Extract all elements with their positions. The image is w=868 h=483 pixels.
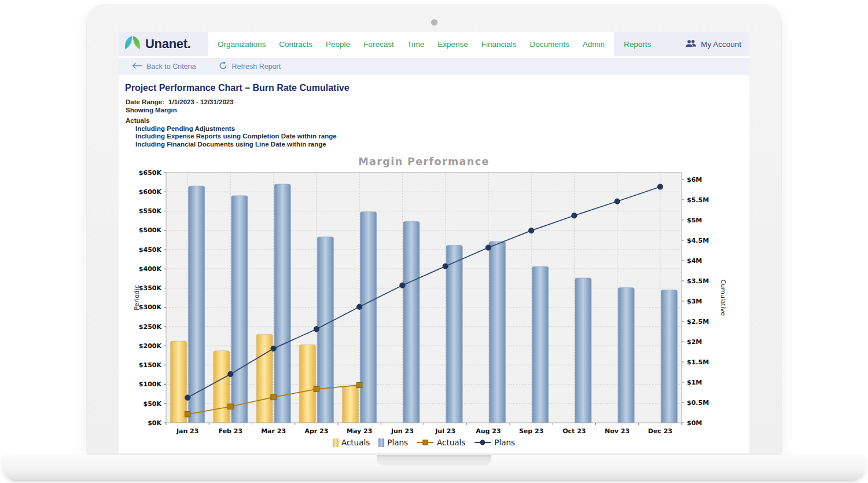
- legend-label: Actuals: [341, 438, 370, 447]
- nav-item-time[interactable]: Time: [407, 40, 425, 49]
- nav-item-forecast[interactable]: Forecast: [363, 40, 394, 49]
- include-line-3: Including Financial Documents using Line…: [126, 141, 337, 149]
- bar-plans-dec-23: [661, 290, 677, 423]
- x-label-nov-23: Nov 23: [605, 427, 630, 435]
- bar-plans-oct-23: [575, 278, 591, 423]
- my-account-button[interactable]: My Account: [685, 39, 749, 50]
- date-range-value: 1/1/2023 - 12/31/2023: [168, 98, 234, 107]
- logo-text: Unanet.: [145, 36, 191, 52]
- legend-swatch-line: [417, 439, 434, 446]
- nav-item-organizations[interactable]: Organizations: [218, 40, 266, 49]
- date-range-label: Date Range:: [126, 98, 164, 107]
- left-tick-label: $300K: [139, 303, 162, 311]
- right-tick-label: $6M: [687, 176, 702, 184]
- refresh-report-label: Refresh Report: [231, 63, 281, 71]
- chart-svg: Margin Performance$0K$50K$100K$150K$200K…: [122, 152, 746, 437]
- legend-item-plans-bar: Plans: [378, 438, 408, 447]
- right-axis-title: Cumulative: [719, 280, 727, 316]
- left-tick-label: $450K: [139, 246, 162, 254]
- x-label-jun-23: Jun 23: [391, 427, 414, 435]
- left-tick-label: $0K: [148, 419, 161, 427]
- bar-plans-mar-23: [274, 184, 290, 423]
- right-tick-label: $4.5M: [687, 237, 709, 244]
- x-label-jan-23: Jan 23: [176, 427, 198, 435]
- x-label-jul-23: Jul 23: [435, 427, 455, 435]
- bar-plans-jan-23: [189, 186, 205, 423]
- margin-performance-chart: Margin Performance$0K$50K$100K$150K$200K…: [122, 152, 746, 453]
- marker-plans-mar-23: [271, 346, 276, 351]
- x-label-apr-23: Apr 23: [304, 427, 328, 435]
- right-tick-label: $2M: [687, 338, 702, 346]
- laptop-base: [2, 455, 866, 481]
- right-tick-label: $4M: [687, 257, 702, 265]
- laptop-frame: Unanet. OrganizationsContractsPeopleFore…: [87, 5, 781, 456]
- left-tick-label: $250K: [139, 323, 162, 331]
- stage: Unanet. OrganizationsContractsPeopleFore…: [0, 0, 868, 483]
- bar-actuals-feb-23: [214, 351, 230, 423]
- nav-menu-group: OrganizationsContractsPeopleForecastTime…: [208, 32, 614, 56]
- marker-actuals-jan-23: [185, 412, 190, 417]
- include-line-1: Including Pending Adjustments: [126, 125, 337, 133]
- legend-swatch-bar: [333, 438, 339, 447]
- legend-label: Plans: [387, 438, 408, 447]
- x-label-sep-23: Sep 23: [519, 427, 543, 435]
- marker-actuals-apr-23: [314, 386, 319, 391]
- actuals-heading: Actuals: [126, 117, 337, 125]
- right-tick-label: $1M: [687, 379, 702, 386]
- back-to-criteria-button[interactable]: Back to Criteria: [131, 63, 196, 71]
- logo[interactable]: Unanet.: [119, 35, 208, 53]
- includes-list: Including Pending AdjustmentsIncluding E…: [126, 125, 337, 149]
- right-tick-label: $0.5M: [687, 399, 709, 407]
- sub-toolbar: Back to Criteria Refresh Report: [119, 58, 749, 75]
- chart-title: Margin Performance: [358, 156, 489, 167]
- nav-item-documents[interactable]: Documents: [529, 40, 569, 49]
- left-tick-label: $200K: [139, 342, 162, 350]
- nav-item-reports[interactable]: Reports: [624, 40, 651, 49]
- bar-plans-nov-23: [618, 288, 634, 423]
- left-tick-label: $550K: [139, 207, 162, 215]
- refresh-report-button[interactable]: Refresh Report: [219, 61, 281, 72]
- nav-item-financials[interactable]: Financials: [481, 40, 517, 49]
- nav-item-contracts[interactable]: Contracts: [279, 40, 312, 49]
- legend-swatch-line: [474, 439, 491, 446]
- bar-plans-aug-23: [489, 241, 505, 423]
- nav-item-admin[interactable]: Admin: [583, 40, 605, 49]
- report-meta: Date Range: 1/1/2023 - 12/31/2023 Showin…: [126, 98, 337, 149]
- camera-icon: [431, 19, 437, 25]
- users-icon: [685, 39, 697, 50]
- legend-swatch-bar: [378, 438, 384, 447]
- nav-item-expense[interactable]: Expense: [437, 40, 468, 49]
- marker-actuals-may-23: [356, 382, 362, 387]
- bar-actuals-mar-23: [256, 334, 273, 423]
- right-tick-label: $3M: [687, 298, 702, 305]
- showing-line: Showing Margin: [126, 107, 337, 115]
- unanet-leaf-icon: [124, 35, 141, 53]
- left-arrow-icon: [131, 63, 142, 71]
- legend-item-actuals-line: Actuals: [417, 438, 465, 447]
- marker-plans-sep-23: [529, 228, 534, 233]
- bar-actuals-may-23: [343, 386, 359, 423]
- nav-item-people[interactable]: People: [326, 40, 350, 49]
- right-tick-label: $5.5M: [687, 196, 709, 204]
- x-label-may-23: May 23: [347, 427, 372, 435]
- marker-plans-jan-23: [185, 395, 190, 400]
- left-tick-label: $50K: [144, 400, 162, 408]
- left-tick-label: $100K: [139, 380, 162, 388]
- include-line-2: Including Expense Reports using Completi…: [126, 133, 337, 141]
- left-axis-title: Periodic: [133, 285, 141, 310]
- left-tick-label: $600K: [139, 188, 162, 196]
- right-tick-label: $0M: [687, 419, 702, 427]
- bar-plans-feb-23: [231, 196, 248, 423]
- bar-actuals-jan-23: [171, 341, 187, 423]
- marker-plans-jun-23: [400, 283, 405, 288]
- back-to-criteria-label: Back to Criteria: [146, 63, 196, 71]
- right-tick-label: $2.5M: [687, 318, 709, 325]
- trackpad-notch: [377, 455, 491, 466]
- x-label-oct-23: Oct 23: [562, 427, 586, 435]
- bar-plans-jun-23: [403, 221, 420, 423]
- legend-item-plans-line: Plans: [474, 438, 515, 447]
- x-label-aug-23: Aug 23: [476, 427, 501, 435]
- x-label-feb-23: Feb 23: [219, 427, 243, 435]
- right-tick-label: $3.5M: [687, 277, 709, 285]
- marker-plans-nov-23: [615, 199, 620, 204]
